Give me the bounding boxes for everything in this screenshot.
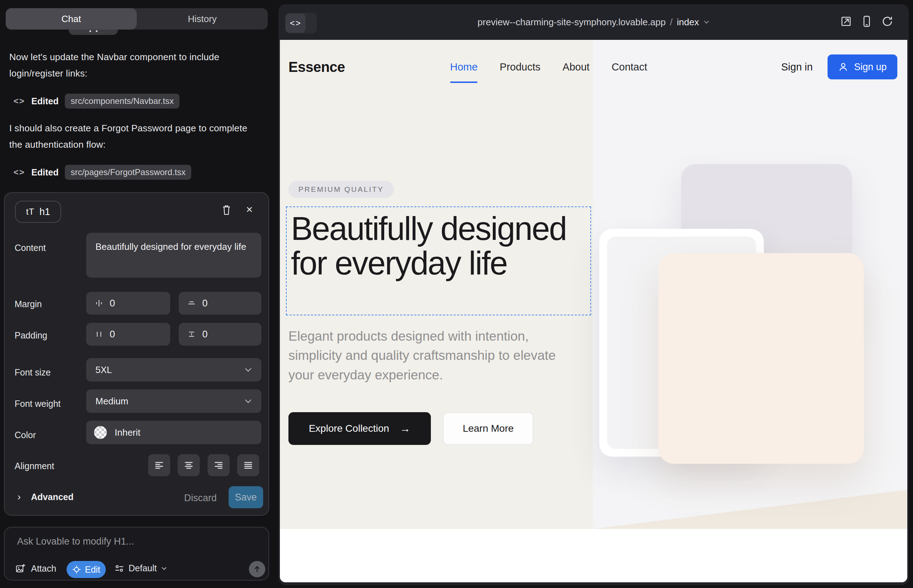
font-weight-select[interactable]: Medium bbox=[86, 389, 261, 413]
padding-horizontal-icon bbox=[94, 329, 104, 339]
external-link-icon bbox=[840, 15, 853, 28]
margin-horizontal-icon bbox=[94, 298, 104, 308]
hero-paragraph: Elegant products designed with intention… bbox=[288, 327, 573, 385]
code-icon: <> bbox=[13, 96, 25, 106]
edited-file-row[interactable]: <> Edited src/components/Navbar.tsx bbox=[13, 93, 180, 109]
arrow-up-icon bbox=[253, 565, 261, 573]
align-left-icon bbox=[155, 462, 164, 469]
padding-x-input[interactable]: 0 bbox=[86, 323, 170, 346]
sliders-icon bbox=[114, 564, 124, 573]
browser-chrome: <> preview--charming-site-symphony.lovab… bbox=[278, 4, 909, 40]
margin-y-input[interactable]: 0 bbox=[179, 292, 261, 315]
align-right-button[interactable] bbox=[207, 454, 230, 476]
margin-x-input[interactable]: 0 bbox=[86, 292, 170, 315]
site-logo[interactable]: Essence bbox=[288, 59, 345, 75]
chevron-down-icon bbox=[703, 20, 710, 24]
refresh-button[interactable] bbox=[881, 15, 894, 28]
font-size-select[interactable]: 5XL bbox=[86, 358, 261, 381]
code-icon: <> bbox=[13, 167, 25, 177]
close-editor-button[interactable]: × bbox=[246, 204, 253, 215]
learn-more-button[interactable]: Learn More bbox=[443, 412, 533, 445]
selected-element-tag[interactable]: tT h1 bbox=[15, 201, 61, 223]
align-left-button[interactable] bbox=[148, 454, 170, 476]
nav-link-products[interactable]: Products bbox=[500, 61, 540, 73]
align-center-icon bbox=[184, 462, 193, 469]
explore-collection-button[interactable]: Explore Collection → bbox=[288, 412, 431, 445]
dot bbox=[96, 30, 97, 32]
url-bar[interactable]: preview--charming-site-symphony.lovable.… bbox=[278, 4, 909, 40]
mobile-device-icon bbox=[860, 15, 873, 28]
chevron-down-icon bbox=[244, 367, 252, 372]
url-host: preview--charming-site-symphony.lovable.… bbox=[478, 17, 665, 28]
attach-button[interactable]: Attach bbox=[15, 563, 56, 574]
type-icon: tT bbox=[26, 207, 34, 217]
chat-message: Now let's update the Navbar component to… bbox=[9, 49, 261, 81]
site-preview: Essence Home Products About Contact Sign… bbox=[280, 40, 907, 582]
dot bbox=[89, 30, 91, 32]
premium-quality-badge: PREMIUM QUALITY bbox=[288, 181, 394, 198]
chat-history-tabs: Chat History bbox=[6, 8, 268, 29]
chat-message: I should also create a Forgot Password p… bbox=[9, 120, 261, 153]
font-weight-label: Font weight bbox=[15, 399, 60, 409]
section-below-hero bbox=[280, 529, 907, 582]
browser-actions bbox=[840, 15, 894, 28]
delete-element-button[interactable] bbox=[221, 204, 232, 216]
align-right-icon bbox=[214, 462, 223, 469]
nav-link-contact[interactable]: Contact bbox=[612, 61, 648, 73]
align-justify-icon bbox=[244, 462, 253, 469]
chevron-down-icon bbox=[161, 566, 167, 570]
decor-card-cream bbox=[659, 253, 864, 464]
mobile-preview-button[interactable] bbox=[860, 15, 873, 28]
hero-heading[interactable]: Beautifully designed for everyday life bbox=[287, 207, 590, 280]
hero-cta-row: Explore Collection → Learn More bbox=[288, 412, 533, 445]
font-size-label: Font size bbox=[15, 367, 50, 378]
advanced-toggle[interactable]: Advanced bbox=[31, 492, 73, 502]
color-label: Color bbox=[15, 430, 36, 440]
color-swatch bbox=[94, 426, 107, 439]
composer-input[interactable]: Ask Lovable to modify H1... bbox=[17, 536, 134, 547]
site-navbar: Essence Home Products About Contact Sign… bbox=[280, 40, 907, 94]
align-center-button[interactable] bbox=[178, 454, 200, 476]
open-in-new-tab-button[interactable] bbox=[840, 15, 853, 28]
preview-browser-window: <> preview--charming-site-symphony.lovab… bbox=[278, 4, 909, 585]
element-editor-panel: tT h1 × Content Beautifully designed for… bbox=[4, 192, 269, 516]
edit-mode-button[interactable]: Edit bbox=[66, 561, 106, 578]
edited-file-chip[interactable]: src/pages/ForgotPassword.tsx bbox=[65, 165, 191, 180]
chevron-down-icon bbox=[244, 399, 252, 404]
padding-label: Padding bbox=[15, 330, 47, 341]
sign-in-button[interactable]: Sign in bbox=[781, 61, 813, 73]
selected-h1-outline[interactable]: Beautifully designed for everyday life bbox=[286, 207, 591, 315]
padding-y-input[interactable]: 0 bbox=[179, 323, 261, 346]
send-button[interactable] bbox=[249, 561, 265, 577]
alignment-label: Alignment bbox=[15, 461, 54, 471]
nav-link-home[interactable]: Home bbox=[450, 61, 478, 73]
margin-label: Margin bbox=[15, 299, 42, 309]
refresh-icon bbox=[881, 15, 894, 28]
trash-icon bbox=[221, 204, 232, 216]
edited-file-row[interactable]: <> Edited src/pages/ForgotPassword.tsx bbox=[13, 165, 191, 180]
discard-button[interactable]: Discard bbox=[184, 493, 217, 504]
edited-label: Edited bbox=[31, 167, 58, 178]
content-label: Content bbox=[15, 243, 46, 253]
nav-link-about[interactable]: About bbox=[563, 61, 590, 73]
lovable-sidebar: Chat History Now let's update the Navbar… bbox=[0, 0, 278, 588]
margin-vertical-icon bbox=[186, 298, 197, 308]
url-page: index bbox=[677, 17, 699, 28]
tab-chat[interactable]: Chat bbox=[6, 8, 137, 29]
align-justify-button[interactable] bbox=[237, 454, 259, 476]
target-icon bbox=[72, 565, 81, 574]
tab-history[interactable]: History bbox=[137, 8, 268, 29]
arrow-right-icon: → bbox=[400, 423, 411, 435]
content-textarea[interactable]: Beautifully designed for everyday life bbox=[86, 233, 261, 278]
sign-up-button[interactable]: Sign up bbox=[827, 55, 897, 79]
color-select[interactable]: Inherit bbox=[86, 421, 261, 444]
chat-composer: Ask Lovable to modify H1... Attach Edit … bbox=[4, 527, 269, 580]
model-default-select[interactable]: Default bbox=[114, 563, 167, 573]
nav-links: Home Products About Contact bbox=[450, 40, 648, 94]
padding-vertical-icon bbox=[186, 329, 197, 339]
save-button[interactable]: Save bbox=[228, 486, 263, 508]
edited-file-chip[interactable]: src/components/Navbar.tsx bbox=[65, 94, 179, 108]
user-icon bbox=[838, 62, 848, 72]
url-separator: / bbox=[670, 17, 673, 28]
nav-auth-actions: Sign in Sign up bbox=[781, 40, 897, 94]
